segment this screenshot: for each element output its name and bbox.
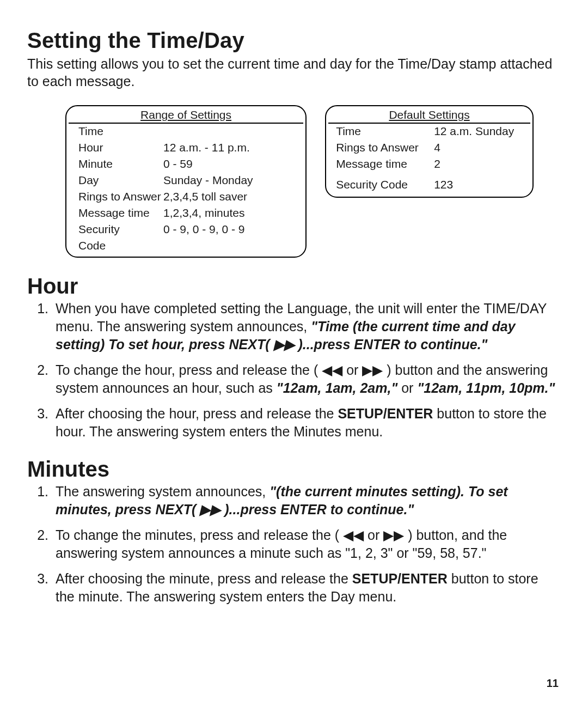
minutes-step-3: After choosing the minute, press and rel… [52,570,561,606]
default-row-value: 12 a.m. Sunday [434,125,524,138]
range-row: Message time 1,2,3,4, minutes [78,206,296,220]
range-row-key: Minute [78,157,163,171]
default-row-key: Message time [336,157,434,171]
intro-paragraph: This setting allows you to set the curre… [27,55,561,90]
range-of-settings-box: Range of Settings Time Hour 12 a.m. - 11… [65,105,307,258]
default-row-key: Time [336,125,434,138]
hour-step-2-quote1: "12am, 1am, 2am," [277,380,397,395]
hour-heading: Hour [27,274,561,299]
minutes-steps: The answering system announces, "(the cu… [27,483,561,606]
manual-page: Setting the Time/Day This setting allows… [0,0,588,706]
range-header-rule [69,123,303,124]
range-row-value: 12 a.m. - 11 p.m. [163,141,296,154]
range-row-value: Sunday - Monday [163,174,296,187]
default-row-key: Security Code [336,178,434,191]
default-row: Message time 2 [336,157,524,171]
range-row-key: Code [78,239,163,252]
range-row: Code [78,239,296,252]
page-title: Setting the Time/Day [27,28,561,53]
default-row-value: 123 [434,178,524,191]
range-row-value: 0 - 9, 0 - 9, 0 - 9 [163,223,296,236]
hour-step-3-cmd: SETUP/ENTER [338,406,433,421]
hour-step-2-quote2: "12am, 11pm, 10pm." [417,380,555,395]
range-row-value: 1,2,3,4, minutes [163,206,296,220]
minutes-step-1-a: The answering system announces, [56,484,270,499]
hour-steps: When you have completed setting the Lang… [27,300,561,441]
hour-step-1: When you have completed setting the Lang… [52,300,561,354]
range-row-value: 2,3,4,5 toll saver [163,190,296,203]
range-row: Security 0 - 9, 0 - 9, 0 - 9 [78,223,296,236]
minutes-heading: Minutes [27,457,561,482]
default-settings-box: Default Settings Time 12 a.m. Sunday Rin… [325,105,534,198]
range-row-key: Hour [78,141,163,154]
range-row-key: Security [78,223,163,236]
hour-step-2: To change the hour, press and release th… [52,361,561,397]
range-row-key: Rings to Answer [78,190,163,203]
range-row: Minute 0 - 59 [78,157,296,171]
range-row-key: Day [78,174,163,187]
default-header: Default Settings [326,106,532,123]
range-row-value: 0 - 59 [163,157,296,171]
range-header-text: Range of Settings [140,108,231,121]
default-header-rule [328,123,530,124]
default-row-value: 4 [434,141,524,154]
hour-step-2-or: or [397,380,417,395]
range-row: Day Sunday - Monday [78,174,296,187]
range-time-label-row: Time [78,125,296,138]
minutes-step-3-cmd: SETUP/ENTER [352,571,448,586]
minutes-step-1: The answering system announces, "(the cu… [52,483,561,519]
default-row: Security Code 123 [336,178,524,191]
default-row-key: Rings to Answer [336,141,434,154]
range-row-key: Message time [78,206,163,220]
hour-step-3-a: After choosing the hour, press and relea… [56,406,338,421]
default-row: Rings to Answer 4 [336,141,524,154]
hour-step-3: After choosing the hour, press and relea… [52,405,561,441]
settings-tables-row: Range of Settings Time Hour 12 a.m. - 11… [65,105,534,258]
range-row: Hour 12 a.m. - 11 p.m. [78,141,296,154]
minutes-step-3-a: After choosing the minute, press and rel… [56,571,352,586]
range-row: Rings to Answer 2,3,4,5 toll saver [78,190,296,203]
default-header-text: Default Settings [389,108,469,121]
minutes-step-2: To change the minutes, press and release… [52,526,561,562]
range-time-label: Time [78,125,163,138]
default-row-gap [336,171,524,175]
page-number: 11 [547,677,559,690]
default-row-value: 2 [434,157,524,171]
range-header: Range of Settings [66,106,305,123]
default-row: Time 12 a.m. Sunday [336,125,524,138]
